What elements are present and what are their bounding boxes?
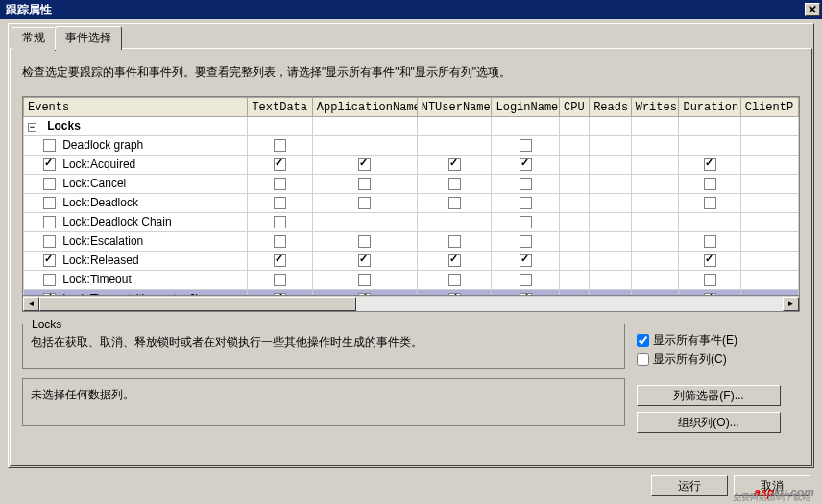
event-label: Lock:Timeout bbox=[62, 273, 132, 286]
grid-scrollbar[interactable]: ◄ ► bbox=[23, 295, 799, 311]
tab-events[interactable]: 事件选择 bbox=[55, 26, 122, 50]
cell-checkbox[interactable] bbox=[448, 235, 461, 248]
col-header-writes[interactable]: Writes bbox=[631, 98, 679, 117]
event-row[interactable]: Lock:Acquired bbox=[24, 156, 799, 175]
cell-checkbox[interactable] bbox=[274, 274, 286, 286]
event-label: Deadlock graph bbox=[62, 138, 143, 152]
cell-checkbox[interactable] bbox=[704, 235, 716, 248]
organize-columns-button[interactable]: 组织列(O)... bbox=[637, 412, 781, 433]
run-label: 运行 bbox=[678, 478, 701, 494]
col-header-events[interactable]: Events bbox=[24, 98, 248, 117]
group-row[interactable]: − Locks bbox=[24, 117, 799, 136]
event-row[interactable]: Lock:Deadlock bbox=[24, 194, 799, 213]
col-header-ntusername[interactable]: NTUserName bbox=[417, 98, 492, 117]
dialog-footer: 运行 取消 bbox=[8, 468, 814, 496]
cell-checkbox[interactable] bbox=[704, 178, 716, 190]
cell-checkbox[interactable] bbox=[704, 254, 716, 267]
col-header-textdata[interactable]: TextData bbox=[248, 98, 312, 117]
event-label: Lock:Deadlock bbox=[62, 196, 138, 209]
scroll-thumb[interactable] bbox=[39, 297, 356, 311]
event-row[interactable]: Deadlock graph bbox=[24, 136, 799, 156]
cell-checkbox[interactable] bbox=[520, 274, 532, 286]
event-checkbox[interactable] bbox=[43, 158, 56, 171]
cell-checkbox[interactable] bbox=[358, 235, 371, 248]
run-button[interactable]: 运行 bbox=[651, 475, 728, 496]
column-filter-button[interactable]: 列筛选器(F)... bbox=[637, 385, 781, 406]
tab-events-label: 事件选择 bbox=[65, 31, 111, 44]
col-header-applicationname[interactable]: ApplicationName bbox=[312, 98, 417, 117]
event-label: Lock:Cancel bbox=[62, 177, 126, 190]
cell-checkbox[interactable] bbox=[448, 178, 461, 190]
events-grid[interactable]: EventsTextDataApplicationNameNTUserNameL… bbox=[22, 96, 800, 312]
col-header-duration[interactable]: Duration bbox=[679, 98, 740, 117]
cell-checkbox[interactable] bbox=[520, 197, 532, 209]
hint-text: 检查选定要跟踪的事件和事件列。要查看完整列表，请选择"显示所有事件"和"显示所有… bbox=[22, 64, 800, 81]
scroll-left-button[interactable]: ◄ bbox=[23, 297, 39, 311]
watermark-subtitle: 免费网站源码下载站 bbox=[733, 492, 810, 504]
cell-checkbox[interactable] bbox=[274, 254, 286, 267]
cell-checkbox[interactable] bbox=[704, 158, 716, 171]
cell-checkbox[interactable] bbox=[704, 197, 716, 209]
event-row[interactable]: Lock:Released bbox=[24, 252, 799, 271]
event-row[interactable]: Lock:Cancel bbox=[24, 175, 799, 194]
cell-checkbox[interactable] bbox=[520, 139, 532, 152]
cell-checkbox[interactable] bbox=[704, 274, 716, 286]
tab-general[interactable]: 常规 bbox=[12, 27, 56, 51]
event-row[interactable]: Lock:Escalation bbox=[24, 232, 799, 252]
col-header-cpu[interactable]: CPU bbox=[560, 98, 590, 117]
cell-checkbox[interactable] bbox=[448, 197, 461, 209]
scroll-right-button[interactable]: ► bbox=[783, 297, 799, 311]
col-header-loginname[interactable]: LoginName bbox=[492, 98, 560, 117]
cell-checkbox[interactable] bbox=[358, 178, 371, 190]
cell-checkbox[interactable] bbox=[274, 178, 286, 190]
event-label: Lock:Released bbox=[62, 253, 138, 267]
col-header-reads[interactable]: Reads bbox=[590, 98, 632, 117]
cell-checkbox[interactable] bbox=[358, 254, 371, 267]
event-checkbox[interactable] bbox=[43, 197, 56, 209]
scroll-track[interactable] bbox=[39, 297, 783, 311]
event-checkbox[interactable] bbox=[43, 254, 56, 267]
cell-checkbox[interactable] bbox=[274, 158, 286, 171]
event-checkbox[interactable] bbox=[43, 178, 56, 190]
event-row[interactable]: Lock:Timeout bbox=[24, 271, 799, 290]
column-description-box: 未选择任何数据列。 bbox=[22, 378, 625, 426]
cell-checkbox[interactable] bbox=[520, 235, 532, 248]
show-all-events-checkbox[interactable] bbox=[637, 334, 649, 347]
show-all-events-label: 显示所有事件(E) bbox=[653, 332, 737, 348]
category-description-title: Locks bbox=[29, 318, 64, 331]
cell-checkbox[interactable] bbox=[274, 235, 286, 248]
show-all-columns-checkbox[interactable] bbox=[637, 353, 649, 366]
cell-checkbox[interactable] bbox=[358, 158, 371, 171]
cell-checkbox[interactable] bbox=[448, 254, 461, 267]
category-description-text: 包括在获取、取消、释放锁时或者在对锁执行一些其他操作时生成的事件类。 bbox=[31, 328, 616, 360]
cell-checkbox[interactable] bbox=[358, 197, 371, 209]
cell-checkbox[interactable] bbox=[520, 216, 532, 228]
event-checkbox[interactable] bbox=[43, 216, 56, 228]
collapse-icon[interactable]: − bbox=[28, 123, 36, 132]
no-column-selected-text: 未选择任何数据列。 bbox=[31, 383, 616, 407]
event-label: Lock:Deadlock Chain bbox=[62, 215, 171, 228]
cell-checkbox[interactable] bbox=[274, 197, 286, 209]
tab-bar: 常规 事件选择 bbox=[12, 25, 812, 49]
event-checkbox[interactable] bbox=[43, 274, 56, 286]
col-header-clientp[interactable]: ClientP bbox=[740, 98, 798, 117]
event-label: Lock:Acquired bbox=[62, 157, 135, 171]
cell-checkbox[interactable] bbox=[520, 178, 532, 190]
cell-checkbox[interactable] bbox=[520, 158, 532, 171]
event-checkbox[interactable] bbox=[43, 235, 56, 248]
cell-checkbox[interactable] bbox=[274, 216, 286, 228]
show-all-columns-label: 显示所有列(C) bbox=[653, 351, 727, 368]
column-filter-label: 列筛选器(F)... bbox=[673, 388, 743, 404]
cell-checkbox[interactable] bbox=[274, 139, 286, 152]
cell-checkbox[interactable] bbox=[358, 274, 371, 286]
event-label: Lock:Escalation bbox=[62, 234, 143, 248]
organize-columns-label: 组织列(O)... bbox=[678, 415, 738, 431]
event-checkbox[interactable] bbox=[43, 139, 56, 152]
category-description-box: Locks 包括在获取、取消、释放锁时或者在对锁执行一些其他操作时生成的事件类。 bbox=[22, 324, 625, 369]
close-button[interactable]: ✕ bbox=[805, 3, 820, 16]
cell-checkbox[interactable] bbox=[448, 274, 461, 286]
cell-checkbox[interactable] bbox=[448, 158, 461, 171]
event-row[interactable]: Lock:Deadlock Chain bbox=[24, 213, 799, 232]
tab-panel-events: 检查选定要跟踪的事件和事件列。要查看完整列表，请选择"显示所有事件"和"显示所有… bbox=[10, 48, 812, 466]
cell-checkbox[interactable] bbox=[520, 254, 532, 267]
